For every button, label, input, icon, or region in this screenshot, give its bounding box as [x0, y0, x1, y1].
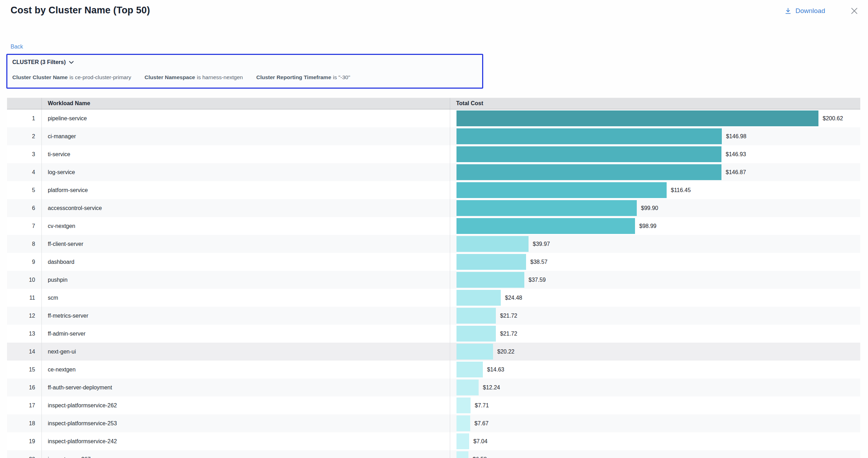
table-row: 16 ff-auth-server-deployment $12.24: [7, 379, 860, 396]
row-rank: 11: [7, 289, 41, 307]
row-rank: 18: [7, 414, 41, 432]
table-row: 14 next-gen-ui $20.22: [7, 343, 860, 361]
row-workload-name: dashboard: [41, 253, 450, 271]
download-button[interactable]: Download: [784, 7, 825, 15]
row-rank: 10: [7, 271, 41, 289]
page-title: Cost by Cluster Name (Top 50): [11, 5, 150, 16]
row-cost-label: $38.57: [530, 259, 548, 265]
row-workload-name: pipeline-service: [41, 109, 450, 127]
filter-field-label: Cluster Reporting Timeframe: [256, 74, 331, 80]
cost-bar: [456, 433, 469, 449]
cost-bar: [456, 236, 529, 252]
row-cost-cell: $21.72: [450, 325, 860, 343]
table-row: 11 scm $24.48: [7, 289, 860, 307]
cost-bar: [456, 254, 526, 270]
cost-table: Workload Name Total Cost 1 pipeline-serv…: [7, 98, 860, 458]
row-rank: 7: [7, 217, 41, 235]
filter-condition-chip[interactable]: Cluster Cluster Nameis ce-prod-cluster-p…: [12, 74, 131, 81]
row-cost-label: $6.58: [473, 456, 487, 458]
row-rank: 12: [7, 307, 41, 325]
row-workload-name: cv-nextgen: [41, 217, 450, 235]
row-cost-cell: $20.22: [450, 343, 860, 361]
filter-field-label: Cluster Cluster Name: [12, 74, 68, 80]
row-cost-cell: $99.90: [450, 199, 860, 217]
table-row: 7 cv-nextgen $98.99: [7, 217, 860, 235]
cluster-filter-toggle[interactable]: CLUSTER (3 Filters): [12, 59, 74, 65]
row-cost-label: $24.48: [505, 295, 522, 301]
cost-bar: [456, 164, 721, 180]
cost-bar: [456, 451, 468, 458]
cost-bar: [456, 397, 471, 413]
cost-bar: [456, 326, 496, 342]
table-row: 6 accesscontrol-service $99.90: [7, 199, 860, 217]
row-rank: 13: [7, 325, 41, 343]
cost-bar: [456, 290, 501, 306]
row-rank: 17: [7, 396, 41, 414]
row-workload-name: ff-client-server: [41, 235, 450, 253]
row-workload-name: ff-metrics-server: [41, 307, 450, 325]
filter-condition-text: is ce-prod-cluster-primary: [70, 74, 131, 80]
table-row: 12 ff-metrics-server $21.72: [7, 307, 860, 325]
filter-field-label: Cluster Namespace: [144, 74, 195, 80]
row-workload-name: ff-admin-server: [41, 325, 450, 343]
filter-condition-chip[interactable]: Cluster Reporting Timeframeis "-30": [256, 74, 350, 81]
table-row: 9 dashboard $38.57: [7, 253, 860, 271]
table-row: 5 platform-service $116.45: [7, 181, 860, 199]
row-rank: 2: [7, 127, 41, 145]
column-header-total-cost: Total Cost: [450, 98, 860, 109]
cost-breakdown-modal: Cost by Cluster Name (Top 50) Download B…: [0, 0, 868, 458]
filter-condition-text: is harness-nextgen: [197, 74, 243, 80]
row-cost-cell: $7.67: [450, 414, 860, 432]
row-workload-name: ce-nextgen: [41, 361, 450, 379]
filter-panel: CLUSTER (3 Filters) Cluster Cluster Name…: [6, 54, 483, 89]
row-workload-name: scm: [41, 289, 450, 307]
row-cost-label: $146.98: [726, 133, 746, 140]
row-cost-cell: $7.71: [450, 396, 860, 414]
filter-condition-text: is "-30": [333, 74, 350, 80]
close-icon: [850, 6, 859, 17]
row-cost-cell: $6.58: [450, 450, 860, 458]
row-rank: 15: [7, 361, 41, 379]
row-cost-cell: $146.87: [450, 163, 860, 181]
row-workload-name: inspect-cvng-267: [41, 450, 450, 458]
row-rank: 19: [7, 432, 41, 450]
row-cost-label: $21.72: [500, 313, 517, 319]
row-cost-cell: $200.62: [450, 109, 860, 127]
row-workload-name: accesscontrol-service: [41, 199, 450, 217]
row-rank: 9: [7, 253, 41, 271]
row-rank: 1: [7, 109, 41, 127]
close-button[interactable]: [849, 6, 860, 17]
row-workload-name: next-gen-ui: [41, 343, 450, 361]
table-row: 10 pushpin $37.59: [7, 271, 860, 289]
back-link[interactable]: Back: [11, 44, 23, 50]
row-cost-label: $7.67: [474, 420, 488, 427]
table-row: 17 inspect-platformservice-262 $7.71: [7, 396, 860, 414]
table-row: 1 pipeline-service $200.62: [7, 109, 860, 127]
table-body: 1 pipeline-service $200.62 2 ci-manager …: [7, 109, 860, 458]
row-cost-label: $21.72: [500, 331, 517, 337]
cost-bar: [456, 182, 667, 198]
table-row: 19 inspect-platformservice-242 $7.04: [7, 432, 860, 450]
row-workload-name: inspect-platformservice-242: [41, 432, 450, 450]
cost-bar: [456, 344, 493, 360]
row-rank: 20: [7, 450, 41, 458]
filter-condition-chip[interactable]: Cluster Namespaceis harness-nextgen: [144, 74, 243, 81]
row-cost-label: $146.87: [726, 169, 746, 176]
table-row: 4 log-service $146.87: [7, 163, 860, 181]
row-cost-label: $98.99: [639, 223, 656, 229]
chevron-down-icon: [69, 59, 74, 65]
row-workload-name: platform-service: [41, 181, 450, 199]
row-cost-cell: $7.04: [450, 432, 860, 450]
cost-bar: [456, 380, 479, 395]
row-cost-label: $7.04: [473, 438, 487, 445]
cost-bar: [456, 110, 818, 126]
download-icon: [784, 7, 792, 15]
row-cost-cell: $39.97: [450, 235, 860, 253]
row-cost-cell: $14.63: [450, 361, 860, 379]
row-cost-cell: $146.98: [450, 127, 860, 145]
table-row: 13 ff-admin-server $21.72: [7, 325, 860, 343]
row-cost-label: $12.24: [483, 384, 500, 391]
cost-bar: [456, 362, 483, 377]
table-header-row: Workload Name Total Cost: [7, 98, 860, 109]
table-row: 20 inspect-cvng-267 $6.58: [7, 450, 860, 458]
